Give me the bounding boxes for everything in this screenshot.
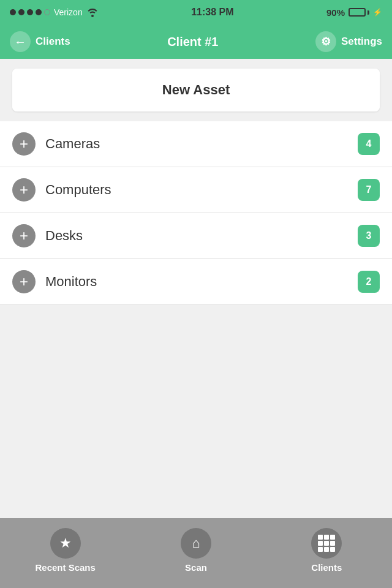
list-item[interactable]: + Monitors 2 bbox=[0, 259, 392, 305]
grid-icon bbox=[318, 535, 335, 552]
empty-space bbox=[0, 305, 392, 440]
wifi-icon bbox=[86, 7, 99, 17]
battery-icon bbox=[349, 8, 369, 17]
dot-2 bbox=[18, 9, 24, 15]
list-item[interactable]: + Desks 3 bbox=[0, 213, 392, 259]
content-area: New Asset + Cameras 4 + Computers 7 + De… bbox=[0, 69, 392, 440]
new-asset-button[interactable]: New Asset bbox=[12, 69, 380, 111]
desks-label: Desks bbox=[45, 228, 358, 244]
signal-dots bbox=[10, 9, 50, 15]
clients-tab-label: Clients bbox=[311, 562, 342, 573]
star-icon: ★ bbox=[59, 535, 72, 551]
list-item[interactable]: + Cameras 4 bbox=[0, 121, 392, 167]
nav-bar: ← Clients Client #1 ⚙ Settings bbox=[0, 24, 392, 59]
tab-bar: ★ Recent Scans ⌂ Scan Clients bbox=[0, 518, 392, 588]
settings-button[interactable]: ⚙ Settings bbox=[315, 31, 382, 52]
recent-scans-label: Recent Scans bbox=[35, 562, 95, 573]
status-bar: Verizon 11:38 PM 90% ⚡ bbox=[0, 0, 392, 24]
computers-badge: 7 bbox=[358, 179, 380, 201]
asset-list: + Cameras 4 + Computers 7 + Desks 3 + Mo… bbox=[0, 121, 392, 305]
status-right: 90% ⚡ bbox=[326, 7, 382, 18]
back-arrow-icon: ← bbox=[14, 35, 26, 49]
scan-label: Scan bbox=[185, 562, 207, 573]
tab-recent-scans[interactable]: ★ Recent Scans bbox=[1, 528, 130, 573]
tab-scan[interactable]: ⌂ Scan bbox=[131, 528, 260, 573]
settings-gear-icon: ⚙ bbox=[321, 35, 331, 48]
dot-4 bbox=[36, 9, 42, 15]
battery-fill bbox=[350, 10, 362, 15]
list-item[interactable]: + Computers 7 bbox=[0, 167, 392, 213]
charging-bolt: ⚡ bbox=[373, 8, 382, 17]
back-button[interactable]: ← Clients bbox=[10, 31, 70, 52]
battery-body bbox=[349, 8, 366, 17]
gear-circle: ⚙ bbox=[315, 31, 336, 52]
tab-clients[interactable]: Clients bbox=[262, 528, 391, 573]
back-label: Clients bbox=[36, 36, 70, 48]
add-computers-icon: + bbox=[12, 178, 36, 202]
dot-3 bbox=[27, 9, 33, 15]
dot-1 bbox=[10, 9, 16, 15]
status-left: Verizon bbox=[10, 7, 99, 17]
status-time: 11:38 PM bbox=[191, 7, 233, 18]
desks-badge: 3 bbox=[358, 225, 380, 247]
carrier-label: Verizon bbox=[54, 7, 83, 17]
dot-5 bbox=[44, 9, 50, 15]
battery-percent: 90% bbox=[326, 7, 345, 18]
monitors-badge: 2 bbox=[358, 271, 380, 293]
settings-label: Settings bbox=[341, 36, 382, 48]
recent-scans-icon-circle: ★ bbox=[50, 528, 81, 559]
add-cameras-icon: + bbox=[12, 132, 36, 156]
clients-icon-circle bbox=[311, 528, 342, 559]
battery-tip bbox=[368, 10, 369, 15]
add-monitors-icon: + bbox=[12, 270, 36, 293]
back-circle: ← bbox=[10, 31, 31, 52]
new-asset-container: New Asset bbox=[12, 69, 380, 111]
cameras-label: Cameras bbox=[45, 136, 358, 152]
cameras-badge: 4 bbox=[358, 133, 380, 155]
scan-icon-circle: ⌂ bbox=[181, 528, 211, 559]
nav-title: Client #1 bbox=[167, 35, 218, 49]
add-desks-icon: + bbox=[12, 224, 36, 247]
monitors-label: Monitors bbox=[45, 274, 358, 290]
home-icon: ⌂ bbox=[192, 535, 200, 551]
computers-label: Computers bbox=[45, 182, 358, 198]
